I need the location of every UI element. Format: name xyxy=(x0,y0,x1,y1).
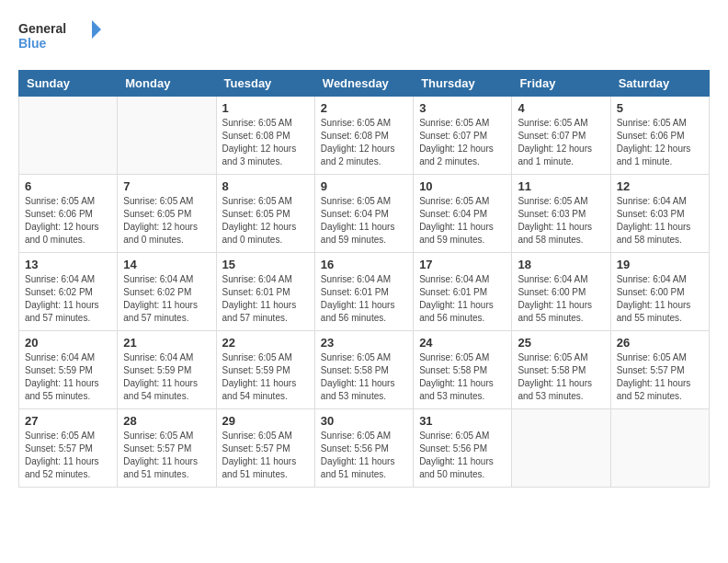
day-number: 17 xyxy=(419,258,506,271)
day-info: Sunrise: 6:05 AM Sunset: 6:03 PM Dayligh… xyxy=(518,195,604,247)
calendar-week-row: 27Sunrise: 6:05 AM Sunset: 5:57 PM Dayli… xyxy=(19,409,710,488)
calendar-day-cell: 16Sunrise: 6:04 AM Sunset: 6:01 PM Dayli… xyxy=(314,253,413,331)
day-info: Sunrise: 6:04 AM Sunset: 6:01 PM Dayligh… xyxy=(321,273,407,325)
calendar-week-row: 1Sunrise: 6:05 AM Sunset: 6:08 PM Daylig… xyxy=(19,97,710,175)
day-info: Sunrise: 6:05 AM Sunset: 5:57 PM Dayligh… xyxy=(123,430,210,481)
calendar-day-cell: 11Sunrise: 6:05 AM Sunset: 6:03 PM Dayli… xyxy=(512,175,610,253)
calendar-day-cell: 19Sunrise: 6:04 AM Sunset: 6:00 PM Dayli… xyxy=(610,253,709,331)
day-of-week-header: Wednesday xyxy=(314,71,413,97)
calendar-day-cell: 28Sunrise: 6:05 AM Sunset: 5:57 PM Dayli… xyxy=(118,409,216,488)
calendar-day-cell: 5Sunrise: 6:05 AM Sunset: 6:06 PM Daylig… xyxy=(610,97,709,175)
calendar-header-row: SundayMondayTuesdayWednesdayThursdayFrid… xyxy=(19,71,710,97)
calendar-day-cell: 12Sunrise: 6:04 AM Sunset: 6:03 PM Dayli… xyxy=(610,175,709,253)
calendar-day-cell: 3Sunrise: 6:05 AM Sunset: 6:07 PM Daylig… xyxy=(414,97,512,175)
day-of-week-header: Tuesday xyxy=(216,71,314,97)
day-info: Sunrise: 6:05 AM Sunset: 6:04 PM Dayligh… xyxy=(419,195,506,247)
day-info: Sunrise: 6:04 AM Sunset: 5:59 PM Dayligh… xyxy=(123,351,210,403)
calendar-day-cell: 17Sunrise: 6:04 AM Sunset: 6:01 PM Dayli… xyxy=(414,253,512,331)
calendar-day-cell: 1Sunrise: 6:05 AM Sunset: 6:08 PM Daylig… xyxy=(216,97,314,175)
svg-text:Blue: Blue xyxy=(18,36,47,51)
day-number: 3 xyxy=(419,101,506,115)
calendar-day-cell: 8Sunrise: 6:05 AM Sunset: 6:05 PM Daylig… xyxy=(216,175,314,253)
calendar-day-cell: 15Sunrise: 6:04 AM Sunset: 6:01 PM Dayli… xyxy=(216,253,314,331)
day-number: 10 xyxy=(419,179,506,193)
day-number: 26 xyxy=(617,336,703,350)
day-number: 9 xyxy=(321,179,407,193)
day-of-week-header: Sunday xyxy=(19,71,118,97)
calendar-day-cell: 7Sunrise: 6:05 AM Sunset: 6:05 PM Daylig… xyxy=(118,175,216,253)
day-info: Sunrise: 6:04 AM Sunset: 6:01 PM Dayligh… xyxy=(222,273,309,325)
calendar-week-row: 6Sunrise: 6:05 AM Sunset: 6:06 PM Daylig… xyxy=(19,175,710,253)
day-number: 27 xyxy=(25,414,111,428)
day-number: 22 xyxy=(222,336,309,350)
calendar-day-cell: 10Sunrise: 6:05 AM Sunset: 6:04 PM Dayli… xyxy=(414,175,512,253)
calendar-day-cell: 9Sunrise: 6:05 AM Sunset: 6:04 PM Daylig… xyxy=(314,175,413,253)
day-number: 8 xyxy=(222,179,309,193)
calendar-day-cell: 24Sunrise: 6:05 AM Sunset: 5:58 PM Dayli… xyxy=(414,331,512,409)
day-info: Sunrise: 6:05 AM Sunset: 5:56 PM Dayligh… xyxy=(321,430,407,481)
calendar-week-row: 20Sunrise: 6:04 AM Sunset: 5:59 PM Dayli… xyxy=(19,331,710,409)
day-info: Sunrise: 6:05 AM Sunset: 5:56 PM Dayligh… xyxy=(419,430,506,481)
calendar-day-cell: 21Sunrise: 6:04 AM Sunset: 5:59 PM Dayli… xyxy=(118,331,216,409)
calendar-day-cell: 4Sunrise: 6:05 AM Sunset: 6:07 PM Daylig… xyxy=(512,97,610,175)
day-info: Sunrise: 6:05 AM Sunset: 6:05 PM Dayligh… xyxy=(123,195,210,247)
day-number: 28 xyxy=(123,414,210,428)
day-info: Sunrise: 6:05 AM Sunset: 5:58 PM Dayligh… xyxy=(518,351,604,403)
calendar-day-cell: 27Sunrise: 6:05 AM Sunset: 5:57 PM Dayli… xyxy=(19,409,118,488)
calendar-day-cell: 20Sunrise: 6:04 AM Sunset: 5:59 PM Dayli… xyxy=(19,331,118,409)
day-number: 12 xyxy=(617,179,703,193)
calendar-day-cell: 14Sunrise: 6:04 AM Sunset: 6:02 PM Dayli… xyxy=(118,253,216,331)
day-info: Sunrise: 6:05 AM Sunset: 6:08 PM Dayligh… xyxy=(222,117,309,168)
day-number: 31 xyxy=(419,414,506,428)
day-info: Sunrise: 6:05 AM Sunset: 5:57 PM Dayligh… xyxy=(222,430,309,481)
day-number: 5 xyxy=(617,101,703,115)
calendar-day-cell: 31Sunrise: 6:05 AM Sunset: 5:56 PM Dayli… xyxy=(414,409,512,488)
day-number: 2 xyxy=(321,101,407,115)
calendar-day-cell xyxy=(19,97,118,175)
day-number: 23 xyxy=(321,336,407,350)
calendar-day-cell: 26Sunrise: 6:05 AM Sunset: 5:57 PM Dayli… xyxy=(610,331,709,409)
day-of-week-header: Monday xyxy=(118,71,216,97)
day-info: Sunrise: 6:04 AM Sunset: 6:00 PM Dayligh… xyxy=(518,273,604,325)
calendar-day-cell xyxy=(610,409,709,488)
calendar-day-cell: 22Sunrise: 6:05 AM Sunset: 5:59 PM Dayli… xyxy=(216,331,314,409)
day-number: 1 xyxy=(222,101,309,115)
day-number: 30 xyxy=(321,414,407,428)
day-info: Sunrise: 6:05 AM Sunset: 6:06 PM Dayligh… xyxy=(617,117,703,168)
day-number: 4 xyxy=(518,101,604,115)
day-info: Sunrise: 6:05 AM Sunset: 5:58 PM Dayligh… xyxy=(321,351,407,403)
calendar-day-cell: 30Sunrise: 6:05 AM Sunset: 5:56 PM Dayli… xyxy=(314,409,413,488)
calendar-day-cell xyxy=(118,97,216,175)
day-info: Sunrise: 6:05 AM Sunset: 5:57 PM Dayligh… xyxy=(617,351,703,403)
day-number: 11 xyxy=(518,179,604,193)
day-number: 13 xyxy=(25,258,111,271)
day-info: Sunrise: 6:05 AM Sunset: 6:05 PM Dayligh… xyxy=(222,195,309,247)
day-info: Sunrise: 6:05 AM Sunset: 6:07 PM Dayligh… xyxy=(518,117,604,168)
page-header: General Blue xyxy=(18,18,710,55)
day-number: 15 xyxy=(222,258,309,271)
day-number: 16 xyxy=(321,258,407,271)
calendar-day-cell: 25Sunrise: 6:05 AM Sunset: 5:58 PM Dayli… xyxy=(512,331,610,409)
day-info: Sunrise: 6:04 AM Sunset: 6:03 PM Dayligh… xyxy=(617,195,703,247)
day-info: Sunrise: 6:04 AM Sunset: 6:01 PM Dayligh… xyxy=(419,273,506,325)
svg-text:General: General xyxy=(18,21,66,36)
day-info: Sunrise: 6:05 AM Sunset: 6:08 PM Dayligh… xyxy=(321,117,407,168)
day-info: Sunrise: 6:05 AM Sunset: 6:04 PM Dayligh… xyxy=(321,195,407,247)
day-info: Sunrise: 6:05 AM Sunset: 5:57 PM Dayligh… xyxy=(25,430,111,481)
day-number: 25 xyxy=(518,336,604,350)
day-number: 18 xyxy=(518,258,604,271)
calendar-day-cell: 13Sunrise: 6:04 AM Sunset: 6:02 PM Dayli… xyxy=(19,253,118,331)
day-info: Sunrise: 6:04 AM Sunset: 5:59 PM Dayligh… xyxy=(25,351,111,403)
day-number: 21 xyxy=(123,336,210,350)
day-number: 14 xyxy=(123,258,210,271)
day-info: Sunrise: 6:04 AM Sunset: 6:02 PM Dayligh… xyxy=(25,273,111,325)
day-number: 20 xyxy=(25,336,111,350)
calendar-day-cell xyxy=(512,409,610,488)
day-info: Sunrise: 6:04 AM Sunset: 6:02 PM Dayligh… xyxy=(123,273,210,325)
day-info: Sunrise: 6:05 AM Sunset: 5:59 PM Dayligh… xyxy=(222,351,309,403)
calendar-day-cell: 2Sunrise: 6:05 AM Sunset: 6:08 PM Daylig… xyxy=(314,97,413,175)
day-info: Sunrise: 6:05 AM Sunset: 5:58 PM Dayligh… xyxy=(419,351,506,403)
day-info: Sunrise: 6:04 AM Sunset: 6:00 PM Dayligh… xyxy=(617,273,703,325)
calendar-week-row: 13Sunrise: 6:04 AM Sunset: 6:02 PM Dayli… xyxy=(19,253,710,331)
svg-marker-2 xyxy=(92,20,101,39)
